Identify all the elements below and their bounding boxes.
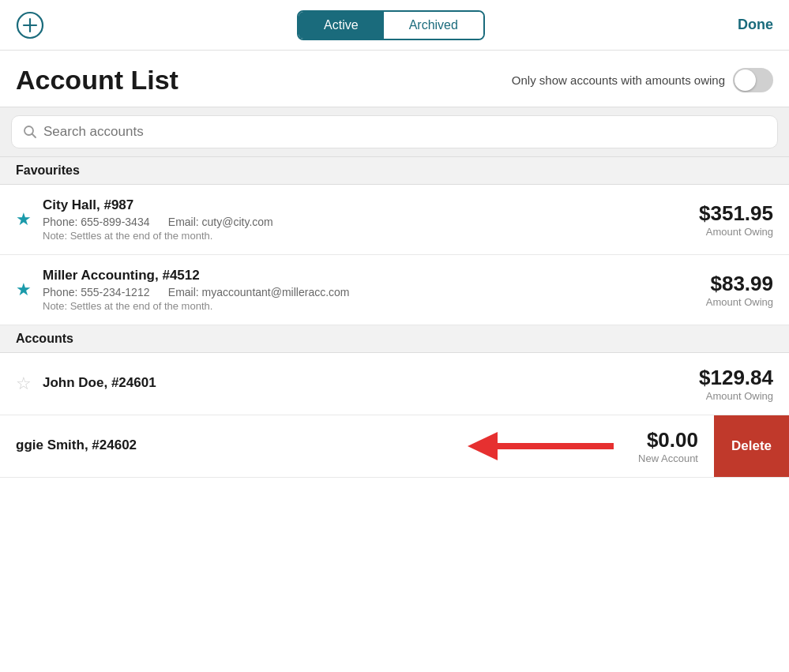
account-note: Note: Settles at the end of the month. [43, 230, 699, 242]
star-empty-icon: ☆ [16, 374, 32, 394]
account-details: Phone: 655-899-3434 Email: cuty@city.com [43, 216, 699, 228]
account-info: John Doe, #24601 [43, 375, 699, 393]
page-title: Account List [16, 65, 178, 96]
account-email: Email: cuty@city.com [168, 216, 273, 228]
account-email: Email: myaccountant@milleracc.com [168, 286, 350, 298]
list-item-with-delete: ggie Smith, #24602 $0.00 New Account Del… [0, 415, 789, 478]
account-info: City Hall, #987 Phone: 655-899-3434 Emai… [43, 197, 699, 242]
account-phone: Phone: 555-234-1212 [43, 286, 149, 298]
star-filled-icon: ★ [16, 209, 32, 230]
search-input[interactable] [43, 124, 766, 140]
header: Active Archived Done [0, 0, 789, 51]
account-name: Miller Accounting, #4512 [43, 268, 706, 283]
svg-line-4 [32, 134, 36, 138]
account-amount: $83.99 Amount Owing [706, 272, 773, 308]
amount-value: $0.00 [638, 428, 698, 452]
list-item[interactable]: ★ City Hall, #987 Phone: 655-899-3434 Em… [0, 185, 789, 255]
account-name: John Doe, #24601 [43, 375, 699, 391]
amount-value: $351.95 [699, 201, 773, 226]
amount-label: New Account [638, 452, 698, 464]
star-filled-icon: ★ [16, 280, 32, 300]
amount-label: Amount Owing [699, 390, 773, 402]
amount-label: Amount Owing [706, 296, 773, 308]
filter-label: Only show accounts with amounts owing [512, 73, 725, 87]
tab-toggle: Active Archived [297, 10, 485, 40]
amounts-owing-toggle[interactable] [733, 68, 773, 92]
amount-value: $129.84 [699, 366, 773, 390]
account-info: Miller Accounting, #4512 Phone: 555-234-… [43, 268, 706, 312]
amount-value: $83.99 [706, 272, 773, 296]
account-name: ggie Smith, #24602 [16, 437, 468, 453]
list-item[interactable]: ☆ John Doe, #24601 $129.84 Amount Owing [0, 353, 789, 415]
account-amount: $0.00 New Account [638, 428, 698, 464]
search-bar [11, 115, 778, 148]
account-amount: $351.95 Amount Owing [699, 201, 773, 238]
search-bar-wrap [0, 107, 789, 157]
title-row: Account List Only show accounts with amo… [0, 51, 789, 107]
delete-button[interactable]: Delete [714, 415, 789, 477]
account-note: Note: Settles at the end of the month. [43, 300, 706, 312]
arrow-icon [468, 430, 626, 462]
swipe-row-content[interactable]: ggie Smith, #24602 $0.00 New Account [0, 415, 714, 477]
account-amount: $129.84 Amount Owing [699, 366, 773, 402]
svg-rect-5 [491, 443, 614, 449]
account-name: City Hall, #987 [43, 197, 699, 213]
accounts-section-header: Accounts [0, 325, 789, 353]
tab-archived[interactable]: Archived [384, 12, 483, 39]
list-item[interactable]: ★ Miller Accounting, #4512 Phone: 555-23… [0, 255, 789, 325]
account-phone: Phone: 655-899-3434 [43, 216, 149, 228]
done-button[interactable]: Done [738, 17, 773, 33]
account-info: ggie Smith, #24602 [16, 437, 468, 456]
tab-active[interactable]: Active [299, 12, 384, 39]
add-button[interactable] [16, 11, 44, 39]
amount-label: Amount Owing [699, 226, 773, 238]
toggle-slider [733, 68, 773, 92]
arrow-area: ggie Smith, #24602 $0.00 New Account [16, 428, 698, 464]
search-icon [23, 125, 37, 139]
red-arrow-indicator [468, 430, 626, 462]
account-details: Phone: 555-234-1212 Email: myaccountant@… [43, 286, 706, 298]
favourites-section-header: Favourites [0, 157, 789, 185]
filter-row: Only show accounts with amounts owing [512, 68, 773, 92]
svg-marker-6 [468, 432, 498, 460]
